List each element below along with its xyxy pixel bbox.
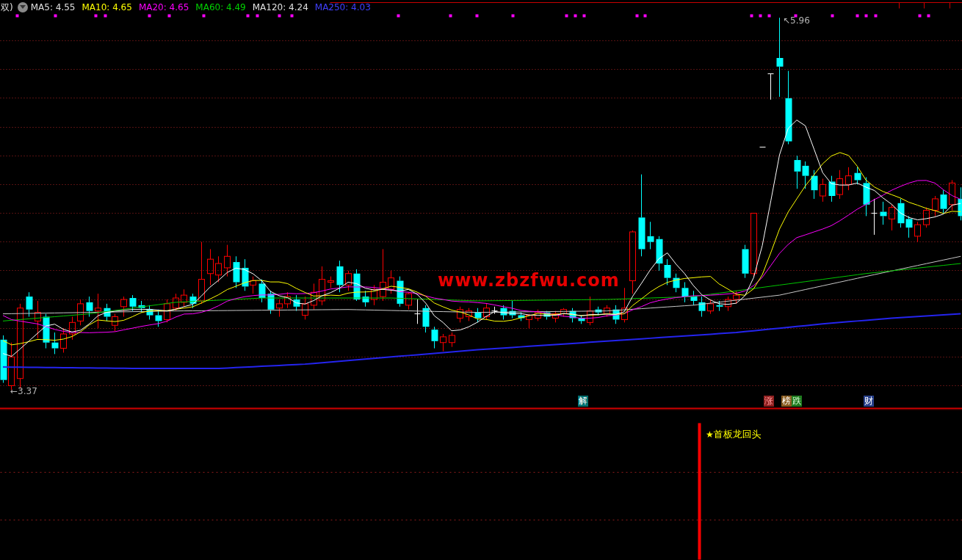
ma-value-ma60: MA60: 4.49 — [195, 2, 245, 12]
high-price-label: ↖5.96 — [783, 15, 810, 26]
kline-app-screen: 双) MA5: 4.55MA10: 4.65MA20: 4.65MA60: 4.… — [0, 0, 962, 560]
hotkey-badge-跌[interactable]: 跌 — [792, 396, 802, 407]
ma-value-ma5: MA5: 4.55 — [31, 2, 76, 12]
ma-value-ma20: MA20: 4.65 — [139, 2, 189, 12]
high-arrow-icon: ↖ — [783, 15, 790, 26]
signal-label: ★首板龙回头 — [706, 428, 762, 441]
hotkey-badge-财[interactable]: 财 — [864, 396, 874, 407]
low-price-value: 3.37 — [18, 386, 37, 396]
ma-values-group: MA5: 4.55MA10: 4.65MA20: 4.65MA60: 4.49M… — [31, 0, 377, 15]
star-icon: ★ — [706, 429, 714, 440]
low-price-label: ←3.37 — [10, 386, 37, 396]
signal-text: 首板龙回头 — [714, 429, 762, 440]
ma-value-ma250: MA250: 4.03 — [315, 2, 371, 12]
ma-value-ma10: MA10: 4.65 — [82, 2, 131, 12]
watermark: www.zbzfwu.com — [438, 270, 620, 291]
hotkey-badge-涨[interactable]: 涨 — [764, 396, 774, 407]
chevron-down-icon[interactable] — [18, 2, 28, 12]
ma-value-ma120: MA120: 4.24 — [253, 2, 308, 12]
low-arrow-icon: ← — [10, 386, 18, 396]
period-label: 双) — [1, 0, 13, 15]
hotkey-badge-解[interactable]: 解 — [578, 396, 588, 407]
ma-indicator-bar: 双) MA5: 4.55MA10: 4.65MA20: 4.65MA60: 4.… — [0, 0, 962, 15]
high-price-value: 5.96 — [790, 15, 810, 26]
hotkey-badge-榜[interactable]: 榜 — [781, 396, 792, 407]
